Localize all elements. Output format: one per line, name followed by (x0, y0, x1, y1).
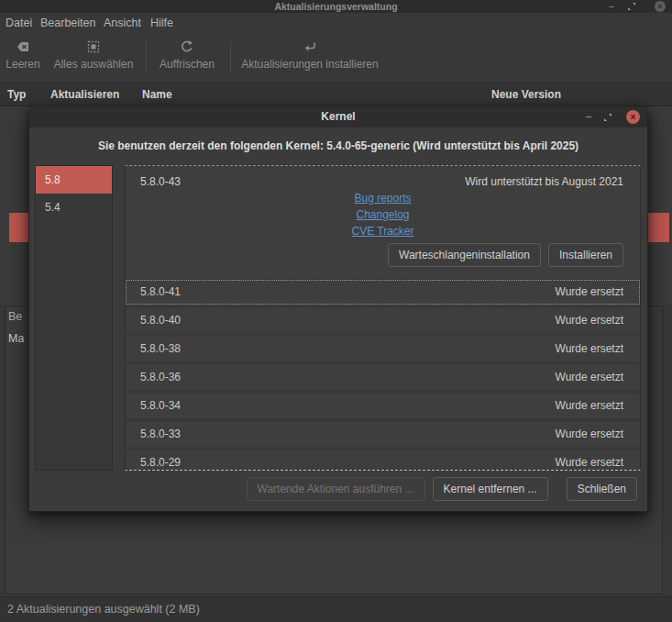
changelog-link[interactable]: Changelog (356, 208, 409, 221)
main-window-title: Aktualisierungsverwaltung (0, 0, 672, 13)
minimize-icon[interactable]: – (583, 110, 594, 123)
install-button[interactable]: Installieren (548, 243, 623, 267)
column-neue-version[interactable]: Neue Version (491, 83, 561, 106)
kernel-status: Wurde ersetzt (556, 394, 623, 418)
support-status: Wird unterstützt bis August 2021 (465, 175, 623, 188)
series-item-5-8[interactable]: 5.8 (36, 166, 112, 194)
close-dialog-button[interactable]: Schließen (567, 477, 637, 501)
kernel-version-list[interactable]: 5.8.0-43 Wird unterstützt bis August 202… (125, 165, 641, 471)
refresh-icon (180, 39, 194, 54)
menu-hilfe[interactable]: Hilfe (150, 13, 173, 33)
kernel-dialog: Kernel – × Sie benutzen derzeit den folg… (28, 106, 648, 512)
column-name[interactable]: Name (142, 83, 172, 106)
kernel-row[interactable]: 5.8.0-36 Wurde ersetzt (126, 365, 640, 390)
kernel-version: 5.8.0-43 (140, 175, 181, 188)
kernel-row[interactable]: 5.8.0-34 Wurde ersetzt (126, 394, 640, 418)
menubar: Datei Bearbeiten Ansicht Hilfe (0, 13, 672, 33)
kernel-links: Bug reports Changelog CVE Tracker (126, 192, 640, 238)
kernel-status: Wurde ersetzt (556, 450, 623, 471)
dialog-title: Kernel (29, 106, 647, 128)
select-all-button-label: Alles auswählen (54, 58, 134, 71)
close-icon[interactable]: × (626, 110, 640, 124)
bug-reports-link[interactable]: Bug reports (354, 192, 411, 205)
column-typ[interactable]: Typ (7, 83, 26, 106)
kernel-version: 5.8.0-29 (140, 450, 181, 471)
refresh-button[interactable]: Auffrischen (153, 39, 221, 71)
kernel-rows: 5.8.0-41 Wurde ersetzt 5.8.0-40 Wurde er… (126, 280, 640, 471)
kernel-action-buttons: Warteschlangeninstallation Installieren (388, 243, 623, 267)
close-icon[interactable]: × (655, 1, 666, 12)
dialog-titlebar[interactable]: Kernel – × (29, 106, 647, 128)
restore-icon[interactable] (603, 113, 614, 126)
kernel-row-expanded[interactable]: 5.8.0-43 Wird unterstützt bis August 202… (126, 166, 640, 278)
statusbar: 2 Aktualisierungen ausgewählt (2 MB) (0, 596, 672, 622)
install-updates-icon (303, 39, 317, 54)
kernel-row[interactable]: 5.8.0-40 Wurde ersetzt (126, 308, 640, 333)
menu-datei[interactable]: Datei (6, 13, 32, 33)
cve-tracker-link[interactable]: CVE Tracker (351, 225, 413, 238)
statusbar-text: 2 Aktualisierungen ausgewählt (2 MB) (7, 603, 200, 616)
menu-bearbeiten[interactable]: Bearbeiten (40, 13, 95, 33)
clear-icon (16, 39, 30, 54)
column-aktualisieren[interactable]: Aktualisieren (50, 83, 119, 106)
minimize-icon[interactable]: – (606, 0, 617, 13)
kernel-version: 5.8.0-40 (140, 308, 181, 333)
current-kernel-notice: Sie benutzen derzeit den folgenden Kerne… (29, 139, 647, 152)
clear-button-label: Leeren (6, 58, 39, 71)
description-panel-label: Be (8, 310, 22, 323)
series-item-5-4[interactable]: 5.4 (36, 194, 112, 221)
toolbar: Leeren Alles auswählen Auffrischen Aktua… (0, 33, 672, 83)
kernel-status: Wurde ersetzt (556, 365, 623, 390)
kernel-status: Wurde ersetzt (556, 422, 623, 447)
remove-kernel-button[interactable]: Kernel entfernen ... (433, 477, 548, 501)
refresh-button-label: Auffrischen (160, 58, 215, 71)
kernel-version: 5.8.0-36 (140, 365, 181, 390)
execute-pending-actions-button[interactable]: Wartende Aktionen ausführen ... (247, 477, 425, 501)
description-panel-text: Ma (8, 332, 24, 345)
updates-table-header: Typ Aktualisieren Name Neue Version (0, 83, 672, 106)
install-updates-button-label: Aktualisierungen installieren (241, 58, 378, 71)
select-all-icon (86, 39, 101, 54)
dialog-footer: Wartende Aktionen ausführen ... Kernel e… (29, 477, 637, 501)
clear-button[interactable]: Leeren (2, 39, 44, 71)
toolbar-separator (230, 41, 231, 72)
kernel-version: 5.8.0-34 (140, 394, 181, 418)
kernel-series-list: 5.8 5.4 (35, 165, 113, 471)
kernel-version: 5.8.0-38 (140, 337, 181, 361)
kernel-version: 5.8.0-33 (140, 422, 181, 447)
kernel-status: Wurde ersetzt (556, 280, 623, 305)
kernel-row[interactable]: 5.8.0-41 Wurde ersetzt (126, 280, 640, 305)
menu-ansicht[interactable]: Ansicht (104, 13, 141, 33)
select-all-button[interactable]: Alles auswählen (48, 39, 139, 71)
queue-install-button[interactable]: Warteschlangeninstallation (388, 243, 541, 267)
kernel-status: Wurde ersetzt (556, 308, 623, 333)
kernel-row[interactable]: 5.8.0-33 Wurde ersetzt (126, 422, 640, 447)
kernel-row[interactable]: 5.8.0-29 Wurde ersetzt (126, 450, 640, 471)
install-updates-button[interactable]: Aktualisierungen installieren (237, 39, 382, 71)
kernel-version: 5.8.0-41 (140, 280, 181, 305)
main-titlebar: Aktualisierungsverwaltung – × (0, 0, 672, 13)
kernel-row[interactable]: 5.8.0-38 Wurde ersetzt (126, 337, 640, 361)
kernel-status: Wurde ersetzt (556, 337, 623, 361)
toolbar-separator (146, 41, 147, 72)
